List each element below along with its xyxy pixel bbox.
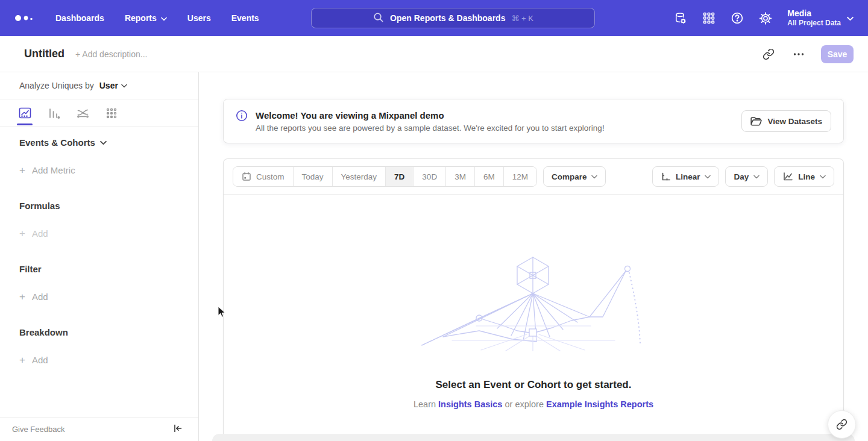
breakdown-section-title: Breakdown (19, 327, 179, 337)
more-options-icon[interactable] (791, 46, 807, 62)
report-header: Untitled + Add description... Save (0, 36, 868, 72)
date-range-yesterday[interactable]: Yesterday (333, 167, 386, 186)
date-range-30d[interactable]: 30D (414, 167, 446, 186)
welcome-banner: Welcome! You are viewing a Mixpanel demo… (223, 99, 844, 143)
collapse-sidebar-icon[interactable] (173, 424, 183, 436)
filter-section-title: Filter (19, 264, 179, 274)
pivot-grid-icon (105, 107, 118, 120)
chevron-down-icon (161, 13, 167, 23)
apps-grid-icon[interactable] (702, 11, 715, 25)
query-builder-sidebar: Analyze Uniques by User (0, 72, 199, 441)
empty-state-subtitle: Learn Insights Basics or explore Example… (224, 399, 843, 409)
line-type-icon (782, 172, 793, 181)
line-chart-icon (18, 106, 32, 120)
visualization-tabs (0, 99, 198, 127)
link-icon (836, 419, 848, 430)
date-range-selector: Custom Today Yesterday 7D 30D 3M 6M 12M (233, 166, 537, 187)
plus-icon: + (19, 292, 25, 301)
bottom-table-peek[interactable] (212, 434, 855, 441)
interval-dropdown[interactable]: Day (725, 166, 768, 187)
flow-sankey-icon (76, 106, 90, 120)
main-content: Welcome! You are viewing a Mixpanel demo… (199, 72, 868, 441)
settings-gear-icon[interactable] (759, 11, 772, 25)
search-shortcut: ⌘ + K (511, 14, 533, 23)
nav-right-cluster: Media All Project Data (674, 0, 854, 36)
add-formula-button[interactable]: + Add (19, 228, 179, 239)
axis-linear-icon (661, 172, 671, 182)
events-cohorts-section-title[interactable]: Events & Cohorts (19, 137, 179, 148)
nav-item-reports[interactable]: Reports (125, 13, 167, 23)
tab-bar-chart[interactable] (45, 99, 63, 127)
empty-state-title: Select an Event or Cohort to get started… (224, 379, 843, 391)
global-search[interactable]: Open Reports & Dashboards ⌘ + K (311, 8, 595, 28)
compare-dropdown[interactable]: Compare (543, 166, 606, 187)
project-scope: All Project Data (787, 19, 841, 28)
date-range-today[interactable]: Today (294, 167, 333, 186)
project-switcher[interactable]: Media All Project Data (787, 8, 854, 28)
banner-title: Welcome! You are viewing a Mixpanel demo (256, 110, 605, 120)
empty-state-illustration (416, 255, 651, 351)
date-range-7d[interactable]: 7D (386, 167, 414, 186)
analyze-label: Analyze Uniques by (19, 81, 94, 90)
empty-state: Select an Event or Cohort to get started… (224, 255, 843, 409)
chevron-down-icon (847, 13, 854, 23)
project-name: Media (787, 8, 841, 19)
chevron-down-icon (121, 84, 127, 88)
chart-type-dropdown[interactable]: Line (774, 166, 834, 187)
chevron-down-icon (820, 175, 826, 179)
info-icon (236, 110, 248, 124)
tab-pivot[interactable] (102, 99, 121, 127)
search-icon (373, 11, 384, 25)
date-range-12m[interactable]: 12M (504, 167, 536, 186)
plus-icon: + (19, 166, 25, 175)
insights-report-card: Custom Today Yesterday 7D 30D 3M 6M 12M … (223, 158, 844, 441)
chevron-down-icon (705, 175, 711, 179)
add-filter-button[interactable]: + Add (19, 292, 179, 302)
date-range-3m[interactable]: 3M (446, 167, 475, 186)
tab-flow[interactable] (74, 99, 92, 127)
help-icon[interactable] (731, 11, 744, 25)
add-breakdown-button[interactable]: + Add (19, 355, 179, 365)
scale-dropdown[interactable]: Linear (652, 166, 720, 187)
banner-body: All the reports you see are powered by a… (256, 124, 605, 133)
insights-basics-link[interactable]: Insights Basics (438, 399, 502, 409)
search-placeholder: Open Reports & Dashboards (390, 13, 505, 23)
calendar-icon (242, 172, 251, 181)
analyze-uniques-row: Analyze Uniques by User (0, 72, 198, 99)
share-link-fab[interactable] (828, 410, 856, 439)
copy-link-icon[interactable] (761, 46, 776, 62)
chevron-down-icon (753, 175, 760, 179)
view-datasets-button[interactable]: View Datasets (741, 110, 831, 132)
active-tab-underline (17, 124, 33, 125)
add-metric-button[interactable]: + Add Metric (19, 165, 179, 175)
give-feedback-link[interactable]: Give Feedback (12, 425, 64, 434)
report-title[interactable]: Untitled (24, 48, 64, 60)
primary-nav: Dashboards Reports Users Events (55, 13, 259, 23)
plus-icon: + (19, 355, 25, 364)
analyze-value-dropdown[interactable]: User (99, 81, 127, 90)
add-description-field[interactable]: + Add description... (75, 49, 147, 59)
bar-chart-icon (47, 107, 60, 120)
chevron-down-icon (591, 175, 597, 179)
date-range-custom[interactable]: Custom (233, 167, 294, 186)
data-management-icon[interactable] (674, 11, 687, 25)
chart-controls-row: Custom Today Yesterday 7D 30D 3M 6M 12M … (224, 159, 843, 195)
save-button[interactable]: Save (821, 45, 854, 63)
folder-icon (750, 116, 762, 127)
sidebar-footer: Give Feedback (0, 417, 198, 441)
nav-item-events[interactable]: Events (231, 13, 259, 23)
chevron-down-icon (100, 140, 107, 145)
top-navigation-bar: Dashboards Reports Users Events Open Rep… (0, 0, 868, 36)
nav-item-dashboards[interactable]: Dashboards (55, 13, 104, 23)
date-range-6m[interactable]: 6M (475, 167, 504, 186)
tab-line-chart[interactable] (16, 99, 34, 127)
mixpanel-logo[interactable] (13, 12, 37, 24)
example-reports-link[interactable]: Example Insights Reports (546, 399, 653, 409)
nav-item-users[interactable]: Users (187, 13, 211, 23)
formulas-section-title: Formulas (19, 201, 179, 211)
plus-icon: + (19, 229, 25, 238)
